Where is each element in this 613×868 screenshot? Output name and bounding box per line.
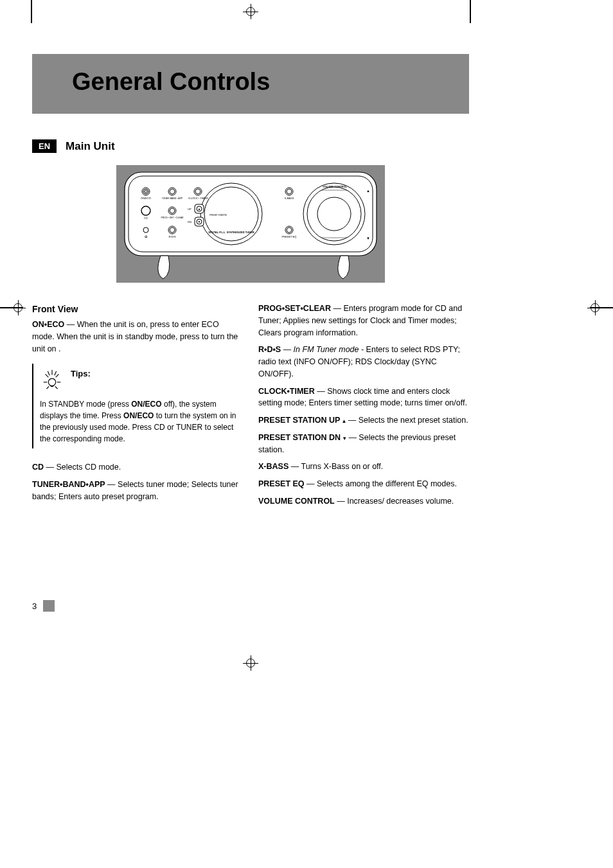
svg-point-31 — [287, 189, 292, 194]
svg-line-40 — [46, 375, 49, 378]
register-mark-icon — [10, 300, 26, 315]
register-mark-icon — [243, 4, 258, 19]
tuner-band-label: TUNER BAND • APP — [162, 197, 183, 200]
prog-set-clear-label: PROG • SET • CLEAR — [161, 217, 184, 219]
device-front-view-figure: DIGITAL P.L.L. SYNTHESIZED TUNER VOLUME … — [32, 164, 469, 286]
preset-eq-label: PRESET EQ — [282, 235, 297, 238]
tips-box: Tips: In STANDBY mode (press ON/ECO off)… — [32, 364, 243, 448]
lightbulb-icon — [40, 368, 64, 396]
preset-eq-description: PRESET EQ — Selects among the different … — [258, 478, 469, 490]
digital-pll-label: DIGITAL P.L.L. SYNTHESIZED TUNER — [208, 231, 254, 234]
svg-point-14 — [143, 227, 148, 233]
cd-button-label: CD — [144, 217, 148, 220]
tips-body: In STANDBY mode (press ON/ECO off), the … — [40, 396, 243, 445]
clock-timer-label: •CLOCK • TIMER — [188, 197, 208, 200]
crop-mark — [31, 0, 32, 23]
svg-point-19 — [170, 208, 175, 213]
volume-control-description: VOLUME CONTROL — Increases/ decreases vo… — [258, 495, 469, 508]
svg-point-23 — [195, 189, 200, 194]
preset-station-up-description: PRESET STATION UP ▲ — Selects the next p… — [258, 414, 469, 427]
svg-point-12 — [145, 190, 147, 193]
crop-mark — [470, 0, 471, 23]
svg-point-13 — [141, 206, 150, 215]
register-mark-icon — [243, 655, 258, 671]
up-arrow-icon: ▲ — [340, 418, 348, 424]
svg-text:▲: ▲ — [366, 189, 370, 193]
rds-description: R•D•S — In FM Tuner mode - Enters to sel… — [258, 344, 469, 380]
svg-line-42 — [46, 387, 49, 389]
svg-line-45 — [55, 371, 57, 376]
svg-point-21 — [170, 227, 175, 233]
section-title: Main Unit — [66, 140, 115, 153]
down-arrow-icon: ▼ — [341, 436, 348, 441]
right-column: PROG•SET•CLEAR — Enters program mode for… — [258, 303, 469, 513]
register-mark-icon — [587, 300, 603, 315]
svg-text:▼: ▼ — [366, 236, 370, 240]
svg-point-36 — [48, 378, 55, 385]
preset-station-dn-description: PRESET STATION DN ▼ — Selects the previo… — [258, 432, 469, 456]
svg-line-44 — [48, 371, 49, 376]
preset-station-label: PRESET STATION — [209, 214, 227, 217]
volume-control-label: VOLUME CONTROL — [323, 185, 348, 188]
prog-set-clear-description: PROG•SET•CLEAR — Enters program mode for… — [258, 303, 469, 339]
on-eco-button-label: ON/ECO — [141, 197, 151, 200]
on-eco-description: ON•ECO — When the unit is on, press to e… — [32, 319, 243, 355]
page-title: General Controls — [72, 68, 454, 96]
tuner-band-app-description: TUNER•BAND•APP — Selects tuner mode; Sel… — [32, 479, 243, 503]
clock-timer-description: CLOCK•TIMER — Shows clock time and enter… — [258, 385, 469, 410]
dn-label: DN — [188, 220, 191, 224]
section-heading: EN Main Unit — [32, 139, 469, 153]
left-column: Front View ON•ECO — When the unit is on,… — [32, 303, 243, 513]
page-number: 3 — [32, 600, 55, 612]
rds-label: R•D•S — [168, 235, 176, 238]
svg-line-43 — [55, 387, 58, 389]
title-band: General Controls — [32, 54, 469, 114]
svg-point-7 — [317, 197, 351, 231]
language-badge: EN — [32, 139, 57, 153]
cd-description: CD — Selects CD mode. — [32, 461, 243, 474]
tips-label: Tips: — [71, 368, 243, 380]
svg-line-41 — [56, 375, 59, 378]
xbass-description: X-BASS — Turns X-Bass on or off. — [258, 461, 469, 473]
svg-text:▲: ▲ — [198, 207, 201, 211]
svg-point-33 — [287, 227, 292, 233]
front-view-heading: Front View — [32, 303, 243, 316]
xbass-label: X-BASS — [285, 197, 294, 200]
page-number-accent-icon — [43, 600, 55, 612]
up-label: UP — [188, 208, 191, 211]
svg-text:▼: ▼ — [198, 220, 201, 224]
svg-point-17 — [170, 189, 175, 194]
